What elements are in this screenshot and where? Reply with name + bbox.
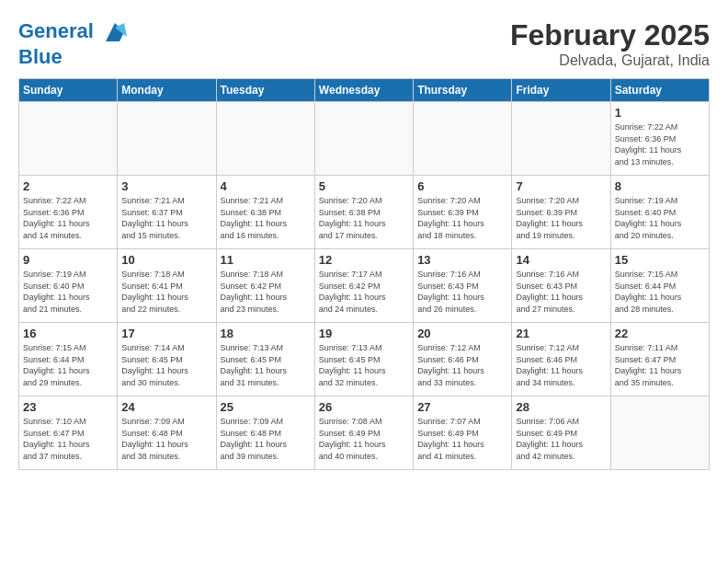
week-row-1: 1Sunrise: 7:22 AM Sunset: 6:36 PM Daylig… — [19, 102, 710, 176]
calendar-cell — [216, 102, 314, 176]
day-number: 28 — [516, 400, 606, 414]
calendar-cell: 1Sunrise: 7:22 AM Sunset: 6:36 PM Daylig… — [610, 102, 709, 176]
day-number: 23 — [23, 400, 113, 414]
day-number: 7 — [516, 179, 606, 193]
day-number: 9 — [23, 253, 113, 267]
calendar-cell: 20Sunrise: 7:12 AM Sunset: 6:46 PM Dayli… — [414, 323, 512, 396]
weekday-header-tuesday: Tuesday — [216, 79, 314, 102]
calendar-cell: 25Sunrise: 7:09 AM Sunset: 6:48 PM Dayli… — [216, 396, 314, 470]
cell-info: Sunrise: 7:15 AM Sunset: 6:44 PM Dayligh… — [23, 342, 113, 388]
calendar-cell: 28Sunrise: 7:06 AM Sunset: 6:49 PM Dayli… — [512, 396, 610, 470]
day-number: 14 — [516, 253, 606, 267]
calendar-cell: 7Sunrise: 7:20 AM Sunset: 6:39 PM Daylig… — [512, 176, 610, 249]
day-number: 5 — [319, 179, 409, 193]
week-row-2: 2Sunrise: 7:22 AM Sunset: 6:36 PM Daylig… — [19, 176, 710, 249]
location-subtitle: Delvada, Gujarat, India — [510, 52, 710, 69]
day-number: 20 — [417, 327, 507, 340]
day-number: 11 — [221, 253, 311, 267]
week-row-4: 16Sunrise: 7:15 AM Sunset: 6:44 PM Dayli… — [19, 323, 710, 396]
calendar-cell: 23Sunrise: 7:10 AM Sunset: 6:47 PM Dayli… — [19, 396, 118, 470]
day-number: 18 — [221, 327, 311, 340]
cell-info: Sunrise: 7:12 AM Sunset: 6:46 PM Dayligh… — [417, 342, 507, 388]
calendar-body: 1Sunrise: 7:22 AM Sunset: 6:36 PM Daylig… — [19, 102, 710, 470]
day-number: 24 — [121, 400, 211, 414]
cell-info: Sunrise: 7:10 AM Sunset: 6:47 PM Dayligh… — [23, 416, 113, 462]
title-block: February 2025 Delvada, Gujarat, India — [510, 18, 710, 69]
calendar-cell — [414, 102, 512, 176]
calendar-cell: 18Sunrise: 7:13 AM Sunset: 6:45 PM Dayli… — [216, 323, 314, 396]
cell-info: Sunrise: 7:21 AM Sunset: 6:38 PM Dayligh… — [221, 195, 311, 241]
calendar-cell — [118, 102, 216, 176]
cell-info: Sunrise: 7:20 AM Sunset: 6:39 PM Dayligh… — [417, 195, 507, 241]
calendar-cell: 12Sunrise: 7:17 AM Sunset: 6:42 PM Dayli… — [314, 249, 413, 323]
month-title: February 2025 — [510, 18, 710, 52]
cell-info: Sunrise: 7:21 AM Sunset: 6:37 PM Dayligh… — [121, 195, 211, 241]
calendar-cell — [19, 102, 118, 176]
calendar-cell: 14Sunrise: 7:16 AM Sunset: 6:43 PM Dayli… — [512, 249, 610, 323]
cell-info: Sunrise: 7:22 AM Sunset: 6:36 PM Dayligh… — [23, 195, 113, 241]
calendar-cell: 13Sunrise: 7:16 AM Sunset: 6:43 PM Dayli… — [414, 249, 512, 323]
cell-info: Sunrise: 7:13 AM Sunset: 6:45 PM Dayligh… — [319, 342, 409, 388]
weekday-header-thursday: Thursday — [414, 79, 512, 102]
logo-icon — [101, 18, 129, 46]
cell-info: Sunrise: 7:09 AM Sunset: 6:48 PM Dayligh… — [221, 416, 311, 462]
cell-info: Sunrise: 7:19 AM Sunset: 6:40 PM Dayligh… — [615, 195, 705, 241]
cell-info: Sunrise: 7:17 AM Sunset: 6:42 PM Dayligh… — [319, 269, 409, 315]
calendar-cell: 21Sunrise: 7:12 AM Sunset: 6:46 PM Dayli… — [512, 323, 610, 396]
logo-general: General — [18, 19, 94, 42]
cell-info: Sunrise: 7:15 AM Sunset: 6:44 PM Dayligh… — [615, 269, 705, 315]
cell-info: Sunrise: 7:06 AM Sunset: 6:49 PM Dayligh… — [516, 416, 606, 462]
calendar-cell: 8Sunrise: 7:19 AM Sunset: 6:40 PM Daylig… — [610, 176, 709, 249]
day-number: 4 — [221, 179, 311, 193]
cell-info: Sunrise: 7:12 AM Sunset: 6:46 PM Dayligh… — [516, 342, 606, 388]
cell-info: Sunrise: 7:13 AM Sunset: 6:45 PM Dayligh… — [221, 342, 311, 388]
day-number: 19 — [319, 327, 409, 340]
cell-info: Sunrise: 7:19 AM Sunset: 6:40 PM Dayligh… — [23, 269, 113, 315]
calendar-cell: 4Sunrise: 7:21 AM Sunset: 6:38 PM Daylig… — [216, 176, 314, 249]
day-number: 10 — [121, 253, 211, 267]
day-number: 21 — [516, 327, 606, 340]
calendar-header: SundayMondayTuesdayWednesdayThursdayFrid… — [19, 79, 710, 102]
calendar-cell — [610, 396, 709, 470]
cell-info: Sunrise: 7:08 AM Sunset: 6:49 PM Dayligh… — [319, 416, 409, 462]
day-number: 13 — [417, 253, 507, 267]
day-number: 2 — [23, 179, 113, 193]
cell-info: Sunrise: 7:20 AM Sunset: 6:39 PM Dayligh… — [516, 195, 606, 241]
day-number: 17 — [121, 327, 211, 340]
calendar-cell: 11Sunrise: 7:18 AM Sunset: 6:42 PM Dayli… — [216, 249, 314, 323]
day-number: 3 — [121, 179, 211, 193]
day-number: 16 — [23, 327, 113, 340]
calendar-cell: 17Sunrise: 7:14 AM Sunset: 6:45 PM Dayli… — [118, 323, 216, 396]
day-number: 22 — [615, 327, 705, 340]
calendar-cell: 22Sunrise: 7:11 AM Sunset: 6:47 PM Dayli… — [610, 323, 709, 396]
day-number: 25 — [221, 400, 311, 414]
week-row-3: 9Sunrise: 7:19 AM Sunset: 6:40 PM Daylig… — [19, 249, 710, 323]
weekday-header-sunday: Sunday — [19, 79, 118, 102]
weekday-header-saturday: Saturday — [610, 79, 709, 102]
cell-info: Sunrise: 7:16 AM Sunset: 6:43 PM Dayligh… — [516, 269, 606, 315]
weekday-row: SundayMondayTuesdayWednesdayThursdayFrid… — [19, 79, 710, 102]
calendar-cell: 10Sunrise: 7:18 AM Sunset: 6:41 PM Dayli… — [118, 249, 216, 323]
calendar-cell: 19Sunrise: 7:13 AM Sunset: 6:45 PM Dayli… — [314, 323, 413, 396]
calendar-cell: 15Sunrise: 7:15 AM Sunset: 6:44 PM Dayli… — [610, 249, 709, 323]
calendar-cell: 16Sunrise: 7:15 AM Sunset: 6:44 PM Dayli… — [19, 323, 118, 396]
cell-info: Sunrise: 7:11 AM Sunset: 6:47 PM Dayligh… — [615, 342, 705, 388]
weekday-header-wednesday: Wednesday — [314, 79, 413, 102]
calendar-cell — [314, 102, 413, 176]
weekday-header-friday: Friday — [512, 79, 610, 102]
cell-info: Sunrise: 7:07 AM Sunset: 6:49 PM Dayligh… — [417, 416, 507, 462]
cell-info: Sunrise: 7:16 AM Sunset: 6:43 PM Dayligh… — [417, 269, 507, 315]
calendar-cell: 9Sunrise: 7:19 AM Sunset: 6:40 PM Daylig… — [19, 249, 118, 323]
day-number: 15 — [615, 253, 705, 267]
cell-info: Sunrise: 7:20 AM Sunset: 6:38 PM Dayligh… — [319, 195, 409, 241]
calendar-cell: 6Sunrise: 7:20 AM Sunset: 6:39 PM Daylig… — [414, 176, 512, 249]
page-header: General Blue February 2025 Delvada, Guja… — [18, 18, 710, 69]
logo: General Blue — [18, 18, 129, 68]
calendar-cell: 26Sunrise: 7:08 AM Sunset: 6:49 PM Dayli… — [314, 396, 413, 470]
cell-info: Sunrise: 7:18 AM Sunset: 6:42 PM Dayligh… — [221, 269, 311, 315]
calendar-cell: 24Sunrise: 7:09 AM Sunset: 6:48 PM Dayli… — [118, 396, 216, 470]
cell-info: Sunrise: 7:22 AM Sunset: 6:36 PM Dayligh… — [615, 121, 705, 167]
day-number: 8 — [615, 179, 705, 193]
day-number: 27 — [417, 400, 507, 414]
week-row-5: 23Sunrise: 7:10 AM Sunset: 6:47 PM Dayli… — [19, 396, 710, 470]
